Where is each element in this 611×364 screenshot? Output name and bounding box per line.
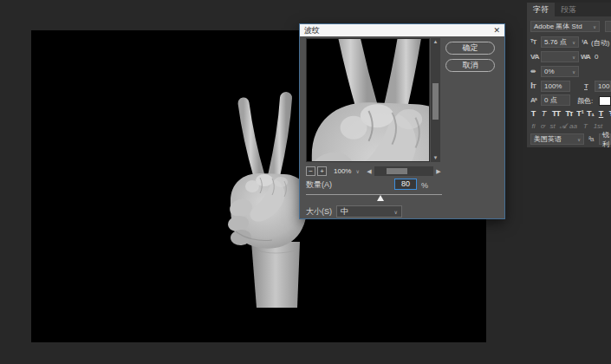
- dialog-title: 波纹: [304, 25, 320, 36]
- preview-hand-image: [307, 39, 430, 162]
- zoom-level: 100%: [334, 167, 351, 175]
- vertical-scale-field[interactable]: 100%: [541, 81, 570, 92]
- slider-thumb[interactable]: [377, 195, 384, 201]
- horizontal-scale-value: 100: [598, 82, 609, 90]
- titling-alternates-button[interactable]: T: [581, 122, 590, 130]
- panel-tabbar: 字符 段落: [527, 3, 611, 16]
- size-label: 大小(S): [306, 206, 332, 218]
- leading-icon: ¹A: [582, 38, 587, 46]
- cancel-button[interactable]: 取消: [445, 59, 495, 72]
- zoom-out-button[interactable]: −: [306, 166, 315, 176]
- leading-value[interactable]: (自动): [591, 38, 609, 48]
- size-row: 大小(S) 中 ∨: [306, 205, 500, 218]
- font-family-dropdown[interactable]: Adobe 黑体 Std ∨: [530, 21, 600, 32]
- preview-vertical-scrollbar[interactable]: ▲ ▼: [431, 38, 440, 162]
- chevron-down-icon: ∨: [593, 24, 596, 29]
- color-label: 颜色:: [577, 96, 593, 106]
- scroll-left-icon[interactable]: ◀: [365, 166, 374, 176]
- ripple-filter-dialog: 波纹 ✕ ▲ ▼ − + 100% ∨ ◀ ▶ 数量(A) 80 % 大小(S)…: [299, 23, 505, 219]
- underline-button[interactable]: T: [596, 109, 606, 118]
- amount-input[interactable]: 80: [394, 179, 417, 190]
- font-size-dropdown[interactable]: 5.76 点 ∨: [541, 36, 579, 48]
- strikethrough-button[interactable]: Ŧ: [607, 109, 611, 118]
- kerning-icon: V∕A: [530, 53, 538, 61]
- amount-label: 数量(A): [306, 179, 332, 191]
- baseline-shift-field[interactable]: 0 点: [541, 94, 570, 106]
- stylistic-alternates-button[interactable]: aa: [569, 122, 578, 130]
- proportional-spacing-dropdown[interactable]: 0% ∨: [541, 66, 579, 77]
- character-panel-body: Adobe 黑体 Std ∨ ᵀT 5.76 点 ∨ ¹A (自动) V∕A ∨…: [527, 16, 611, 147]
- antialias-icon: ªa: [588, 135, 593, 143]
- size-value: 中: [341, 206, 348, 218]
- font-size-icon: ᵀT: [530, 38, 536, 46]
- scroll-down-icon[interactable]: ▼: [431, 154, 440, 162]
- tracking-icon: WA: [581, 53, 590, 61]
- amount-slider[interactable]: [306, 192, 442, 201]
- horizontal-scrollbar-thumb[interactable]: [387, 168, 407, 174]
- ligatures-button[interactable]: fi: [529, 122, 538, 130]
- ok-button[interactable]: 确定: [445, 42, 495, 55]
- faux-bold-button[interactable]: T: [529, 109, 538, 118]
- small-caps-button[interactable]: Tᴛ: [563, 109, 575, 118]
- chevron-down-icon: ∨: [572, 69, 575, 75]
- preview-zoom-controls: − + 100% ∨ ◀ ▶: [306, 166, 500, 177]
- tab-paragraph[interactable]: 段落: [555, 3, 582, 16]
- horizontal-scale-field[interactable]: 100: [595, 81, 611, 92]
- faux-italic-button[interactable]: T: [539, 109, 549, 118]
- superscript-button[interactable]: T¹: [575, 109, 585, 118]
- horizontal-scale-icon: T: [584, 82, 588, 90]
- vertical-scale-value: 100%: [544, 82, 562, 90]
- contextual-alternates-button[interactable]: ơ: [538, 122, 548, 130]
- antialias-value: 锐利: [602, 130, 609, 148]
- tab-character[interactable]: 字符: [527, 3, 555, 16]
- font-family-value: Adobe 黑体 Std: [534, 22, 582, 31]
- proportional-spacing-icon: ⇼: [530, 68, 536, 75]
- vertical-scrollbar-thumb[interactable]: [432, 83, 439, 120]
- language-dropdown[interactable]: 美国英语 ∨: [530, 133, 584, 145]
- subscript-button[interactable]: T₁: [586, 109, 595, 118]
- baseline-shift-value: 0 点: [544, 95, 557, 105]
- slider-track[interactable]: [306, 194, 442, 195]
- amount-unit: %: [421, 181, 428, 190]
- swash-button[interactable]: 𝓐: [558, 122, 568, 131]
- proportional-spacing-value: 0%: [544, 68, 555, 75]
- character-panel: 字符 段落 Adobe 黑体 Std ∨ ᵀT 5.76 点 ∨ ¹A (自动)…: [527, 3, 611, 147]
- vertical-scale-icon: ⅠT: [530, 82, 536, 90]
- font-style-field[interactable]: [605, 21, 611, 32]
- tracking-value[interactable]: 0: [595, 53, 598, 61]
- antialias-dropdown[interactable]: 锐利: [599, 133, 611, 145]
- zoom-in-button[interactable]: +: [317, 166, 327, 176]
- filter-preview[interactable]: [306, 38, 430, 162]
- all-caps-button[interactable]: TT: [549, 109, 562, 118]
- baseline-shift-icon: Aᵃ: [530, 96, 536, 104]
- chevron-down-icon[interactable]: ∨: [355, 168, 359, 174]
- preview-horizontal-scrollbar[interactable]: [374, 166, 433, 176]
- size-dropdown[interactable]: 中 ∨: [336, 205, 402, 218]
- chevron-down-icon: ∨: [572, 40, 575, 45]
- chevron-down-icon: ∨: [572, 55, 575, 60]
- chevron-down-icon: ∨: [577, 137, 581, 142]
- discretionary-ligatures-button[interactable]: st: [548, 122, 557, 130]
- scroll-up-icon[interactable]: ▲: [431, 38, 440, 46]
- scroll-right-icon[interactable]: ▶: [434, 166, 443, 176]
- amount-row: 数量(A) 80 %: [306, 179, 500, 191]
- chevron-down-icon: ∨: [394, 209, 398, 215]
- close-icon[interactable]: ✕: [493, 27, 500, 35]
- kerning-dropdown[interactable]: ∨: [541, 51, 579, 62]
- text-color-swatch[interactable]: [599, 96, 611, 106]
- font-size-value: 5.76 点: [544, 37, 567, 47]
- language-value: 美国英语: [534, 134, 562, 144]
- dialog-titlebar[interactable]: 波纹 ✕: [300, 24, 504, 36]
